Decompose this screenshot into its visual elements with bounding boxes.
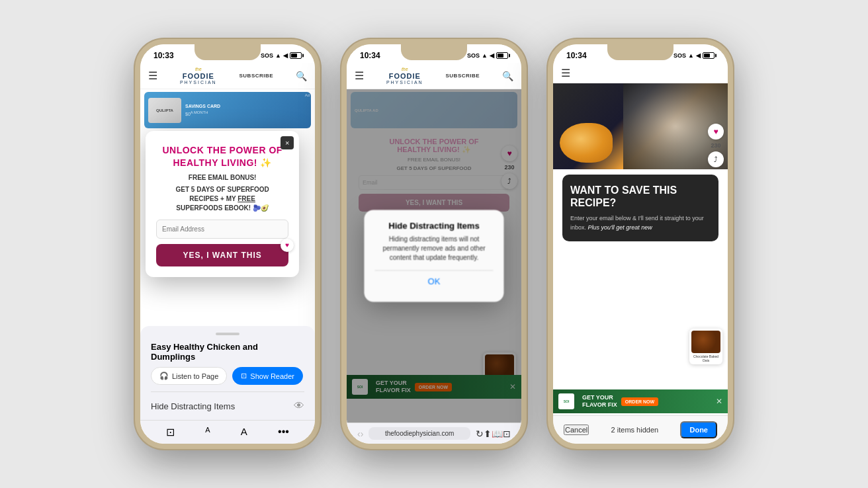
- choc-oats-label-3: Chocolate Baked Oats: [691, 354, 720, 362]
- sos-indicator: SOS: [261, 52, 273, 59]
- ad-banner-1: Ad QULIPTA SAVINGS CARD $0A MONTH: [144, 92, 311, 128]
- flavor-cta-3[interactable]: ORDER NOW: [621, 397, 658, 406]
- reader-header-3: ☰: [553, 63, 728, 83]
- ad-label-1: Ad: [305, 93, 310, 97]
- ad-line2: $0A MONTH: [185, 110, 220, 118]
- ad-content-1: SAVINGS CARD $0A MONTH: [185, 103, 220, 118]
- phone-screen-2: 10:34 SOS ▲ ◀ ☰ the FOODIE PHYSICIAN SUB…: [347, 44, 521, 444]
- popup-body-1: GET 5 DAYS OF SUPERFOOD RECIPES + MY FRE…: [156, 185, 288, 213]
- sos-indicator-3: SOS: [673, 52, 686, 59]
- share-nav-icon-2[interactable]: ⬆: [484, 428, 492, 439]
- toolbar-reader-icon[interactable]: ⊡: [166, 426, 175, 438]
- signal-icon: ▲: [275, 52, 281, 59]
- search-icon-2[interactable]: 🔍: [502, 71, 513, 81]
- popup-body-line3: SUPERFOODS EBOOK! 🫐🥑: [156, 204, 288, 213]
- phone-notch-3: [607, 44, 673, 60]
- close-ad-3[interactable]: ✕: [716, 397, 722, 406]
- logo-top-1: the: [180, 67, 217, 72]
- listen-label: Listen to Page: [172, 372, 218, 380]
- hamburger-icon-2[interactable]: ☰: [355, 69, 364, 82]
- flavor-text-3: GET YOURFLAVOR FIX: [582, 394, 617, 409]
- recipe-body-3: Enter your email below & I'll send it st…: [570, 214, 711, 232]
- alert-dialog-2: Hide Distracting Items Hiding distractin…: [364, 210, 503, 302]
- hide-distracting-item-1[interactable]: Hide Distracting Items 👁: [140, 392, 315, 420]
- phone-2: 10:34 SOS ▲ ◀ ☰ the FOODIE PHYSICIAN SUB…: [341, 39, 527, 449]
- recipe-body-em-3: Plus you'll get great new: [588, 224, 652, 231]
- alert-title-2: Hide Distracting Items: [374, 221, 493, 231]
- popup-body-line1: GET 5 DAYS OF SUPERFOOD: [156, 185, 288, 194]
- heart-icon-3[interactable]: ♥: [708, 124, 724, 140]
- alert-ok-btn-2[interactable]: OK: [374, 271, 493, 292]
- wifi-icon: ◀: [283, 52, 288, 59]
- time-2: 10:34: [360, 51, 380, 60]
- choc-oats-3: Chocolate Baked Oats: [689, 329, 722, 364]
- wifi-icon-3: ◀: [696, 52, 701, 59]
- side-actions-3: ♥ 230 ⤴: [708, 124, 724, 167]
- phone-screen-3: 10:34 SOS ▲ ◀ ☰ ♥ 230 ⤴ WANT TO SAVE THI…: [553, 44, 728, 444]
- side-count-3: 230: [711, 142, 720, 149]
- reload-icon-2[interactable]: ↻: [476, 428, 484, 439]
- url-bar-2[interactable]: thefoodiephysician.com: [369, 427, 470, 440]
- forward-btn-2[interactable]: ›: [361, 428, 364, 439]
- sheet-handle-1: [216, 333, 239, 335]
- alert-body-2: Hiding distracting items will not perman…: [374, 235, 493, 263]
- email-input-1[interactable]: [156, 220, 288, 239]
- done-btn-3[interactable]: Done: [680, 421, 717, 438]
- reader-icon: ⊡: [241, 372, 247, 380]
- site-logo-1: the FOODIE PHYSICIAN: [180, 67, 217, 85]
- popup-modal-1: × UNLOCK THE POWER OFHEALTHY LIVING! ✨ F…: [146, 131, 299, 276]
- sheet-actions-1: 🎧 Listen to Page ⊡ Show Reader: [140, 367, 315, 391]
- battery-icon-3: [703, 52, 715, 59]
- logo-main-2: FOODIE: [386, 72, 423, 80]
- status-icons-3: SOS ▲ ◀: [673, 52, 715, 59]
- hidden-count-3: 2 items hidden: [611, 426, 659, 434]
- hamburger-icon-3[interactable]: ☰: [561, 67, 570, 79]
- logo-sub-1: PHYSICIAN: [180, 80, 217, 85]
- battery-icon-2: [496, 52, 508, 59]
- popup-subtitle-1: FREE EMAIL BONUS!: [156, 174, 288, 181]
- tabs-icon-2[interactable]: ⊡: [503, 428, 511, 439]
- qulipta-logo: QULIPTA: [156, 108, 173, 112]
- subscribe-btn-2[interactable]: SUBSCRIBE: [445, 73, 480, 79]
- site-header-1: ☰ the FOODIE PHYSICIAN SUBSCRIBE 🔍: [140, 63, 315, 89]
- battery-icon-1: [290, 52, 302, 59]
- cancel-btn-3[interactable]: Cancel: [564, 425, 589, 435]
- ad-line1: SAVINGS CARD: [185, 103, 220, 110]
- sheet-page-title-1: Easy Healthy Chicken and Dumplings: [140, 342, 315, 367]
- site-header-2: ☰ the FOODIE PHYSICIAN SUBSCRIBE 🔍: [347, 63, 521, 89]
- phone-notch-2: [401, 44, 467, 60]
- share-icon-3[interactable]: ⤴: [708, 151, 724, 167]
- toolbar-font-sm-icon[interactable]: A: [205, 426, 210, 438]
- reader-btn-1[interactable]: ⊡ Show Reader: [232, 367, 303, 385]
- bookmarks-icon-2[interactable]: 📖: [492, 428, 503, 439]
- soijo-logo-3: SOI: [558, 393, 574, 409]
- recipe-title-3: WANT TO SAVE THIS RECIPE?: [570, 184, 711, 209]
- recipe-callout-3: WANT TO SAVE THIS RECIPE? Enter your ema…: [562, 175, 718, 241]
- logo-sub-2: PHYSICIAN: [386, 80, 423, 85]
- popup-heart-icon-1: ♥: [281, 239, 294, 252]
- popup-close-btn-1[interactable]: ×: [281, 136, 294, 149]
- toolbar-more-icon[interactable]: •••: [278, 426, 289, 438]
- reader-bottom-bar-3: Cancel 2 items hidden Done: [553, 415, 728, 444]
- reader-label: Show Reader: [250, 372, 294, 380]
- signal-icon-3: ▲: [688, 52, 694, 59]
- site-logo-2: the FOODIE PHYSICIAN: [386, 67, 423, 85]
- phone-3: 10:34 SOS ▲ ◀ ☰ ♥ 230 ⤴ WANT TO SAVE THI…: [548, 39, 733, 449]
- search-icon-1[interactable]: 🔍: [296, 71, 307, 81]
- sos-indicator-2: SOS: [467, 52, 480, 59]
- subscribe-btn-1[interactable]: SUBSCRIBE: [239, 73, 273, 79]
- choc-oats-img-3: [691, 331, 720, 353]
- safari-bar-2: ‹ › thefoodiephysician.com ↻ ⬆ 📖 ⊡: [347, 423, 521, 444]
- hamburger-icon-1[interactable]: ☰: [148, 69, 157, 82]
- eye-slash-icon-1: 👁: [294, 400, 304, 412]
- status-icons-2: SOS ▲ ◀: [467, 52, 508, 59]
- toolbar-font-lg-icon[interactable]: A: [241, 426, 247, 438]
- overlay-2: Hide Distracting Items Hiding distractin…: [347, 89, 521, 423]
- phone-notch-1: [195, 44, 261, 60]
- plate-3: [560, 123, 613, 163]
- logo-main-1: FOODIE: [180, 72, 217, 80]
- listen-btn-1[interactable]: 🎧 Listen to Page: [151, 367, 227, 385]
- flavor-ad-3: SOI GET YOURFLAVOR FIX ORDER NOW ✕: [553, 389, 728, 413]
- yes-cta-btn-1[interactable]: YES, I WANT THIS: [156, 244, 288, 266]
- hide-distracting-label-1: Hide Distracting Items: [151, 401, 235, 411]
